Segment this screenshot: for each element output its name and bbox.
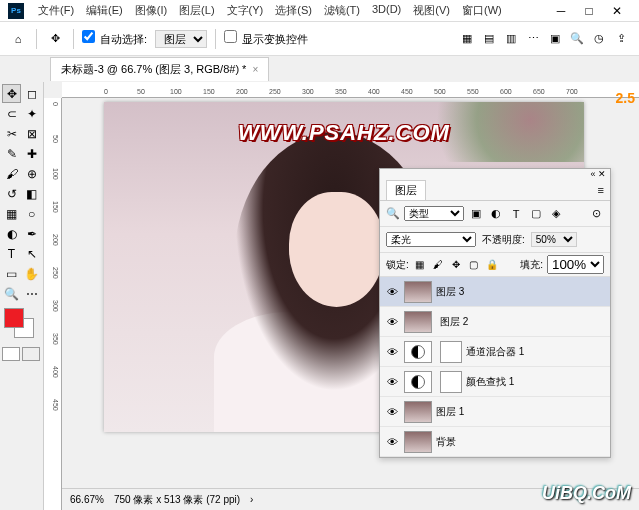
move-tool-icon[interactable]: ✥ bbox=[45, 29, 65, 49]
layer-row[interactable]: 👁通道混合器 1 bbox=[380, 337, 610, 367]
visibility-icon[interactable]: 👁 bbox=[384, 406, 400, 418]
visibility-icon[interactable]: 👁 bbox=[384, 286, 400, 298]
history-brush-tool[interactable]: ↺ bbox=[2, 184, 21, 203]
search-icon[interactable]: 🔍 bbox=[567, 29, 587, 49]
share-icon[interactable]: ⇪ bbox=[611, 29, 631, 49]
dodge-tool[interactable]: ◐ bbox=[2, 224, 21, 243]
filter-search-icon[interactable]: 🔍 bbox=[386, 207, 400, 220]
close-tab-icon[interactable]: × bbox=[252, 64, 258, 75]
hand-tool[interactable]: ✋ bbox=[22, 264, 41, 283]
layers-tab[interactable]: 图层 bbox=[386, 180, 426, 200]
menu-3D(D)[interactable]: 3D(D) bbox=[366, 3, 407, 18]
lock-pixels-icon[interactable]: 🖌 bbox=[431, 258, 445, 272]
menu-文件(F)[interactable]: 文件(F) bbox=[32, 3, 80, 18]
horizontal-ruler[interactable]: 0501001502002503003504004505005506006507… bbox=[62, 82, 639, 98]
quickmask-mode[interactable] bbox=[22, 347, 40, 361]
auto-select-checkbox[interactable]: 自动选择: bbox=[82, 30, 147, 47]
layer-name[interactable]: 通道混合器 1 bbox=[466, 345, 606, 359]
filter-shape-icon[interactable]: ▢ bbox=[528, 206, 544, 222]
filter-type-icon[interactable]: T bbox=[508, 206, 524, 222]
document-tab[interactable]: 未标题-3 @ 66.7% (图层 3, RGB/8#) * × bbox=[50, 57, 269, 81]
more-icon[interactable]: ⋯ bbox=[523, 29, 543, 49]
visibility-icon[interactable]: 👁 bbox=[384, 376, 400, 388]
filter-kind-dropdown[interactable]: 类型 bbox=[404, 206, 464, 221]
healing-tool[interactable]: ✚ bbox=[22, 144, 41, 163]
panel-menu-icon[interactable]: ≡ bbox=[598, 184, 604, 196]
layer-name[interactable]: 图层 2 bbox=[440, 315, 606, 329]
vertical-ruler[interactable]: 050100150200250300350400450 bbox=[44, 98, 62, 510]
align-icon-3[interactable]: ▥ bbox=[501, 29, 521, 49]
layer-name[interactable]: 图层 3 bbox=[436, 285, 606, 299]
filter-adjustment-icon[interactable]: ◐ bbox=[488, 206, 504, 222]
menu-滤镜(T)[interactable]: 滤镜(T) bbox=[318, 3, 366, 18]
lock-position-icon[interactable]: ✥ bbox=[449, 258, 463, 272]
layer-row[interactable]: 👁背景 bbox=[380, 427, 610, 457]
lock-artboard-icon[interactable]: ▢ bbox=[467, 258, 481, 272]
layer-row[interactable]: 👁图层 3 bbox=[380, 277, 610, 307]
layer-name[interactable]: 颜色查找 1 bbox=[466, 375, 606, 389]
gradient-tool[interactable]: ▦ bbox=[2, 204, 21, 223]
align-icon-1[interactable]: ▦ bbox=[457, 29, 477, 49]
brush-tool[interactable]: 🖌 bbox=[2, 164, 21, 183]
menu-文字(Y)[interactable]: 文字(Y) bbox=[221, 3, 270, 18]
home-icon[interactable]: ⌂ bbox=[8, 29, 28, 49]
layer-thumb bbox=[404, 401, 432, 423]
version-badge: 2.5 bbox=[616, 90, 635, 106]
layer-row[interactable]: 👁图层 2 bbox=[380, 307, 610, 337]
visibility-icon[interactable]: 👁 bbox=[384, 346, 400, 358]
shape-tool[interactable]: ▭ bbox=[2, 264, 21, 283]
path-tool[interactable]: ↖ bbox=[22, 244, 41, 263]
menu-编辑(E)[interactable]: 编辑(E) bbox=[80, 3, 129, 18]
foreground-color[interactable] bbox=[4, 308, 24, 328]
crop-tool[interactable]: ✂ bbox=[2, 124, 21, 143]
layer-name[interactable]: 图层 1 bbox=[436, 405, 606, 419]
layer-name[interactable]: 背景 bbox=[436, 435, 606, 449]
options-bar: ⌂ ✥ 自动选择: 图层 显示变换控件 ▦ ▤ ▥ ⋯ ▣ 🔍 ◷ ⇪ bbox=[0, 22, 639, 56]
minimize-button[interactable]: ─ bbox=[547, 1, 575, 21]
layer-row[interactable]: 👁图层 1 bbox=[380, 397, 610, 427]
clone-stamp-tool[interactable]: ⊕ bbox=[22, 164, 41, 183]
fill-value[interactable]: 100% bbox=[547, 255, 604, 274]
align-icon-2[interactable]: ▤ bbox=[479, 29, 499, 49]
status-chevron-icon[interactable]: › bbox=[250, 494, 253, 505]
opacity-value[interactable]: 50% bbox=[531, 232, 577, 247]
3d-mode-icon[interactable]: ▣ bbox=[545, 29, 565, 49]
lock-transparency-icon[interactable]: ▦ bbox=[413, 258, 427, 272]
magic-wand-tool[interactable]: ✦ bbox=[22, 104, 41, 123]
pen-tool[interactable]: ✒ bbox=[22, 224, 41, 243]
menu-图像(I)[interactable]: 图像(I) bbox=[129, 3, 173, 18]
standard-mode[interactable] bbox=[2, 347, 20, 361]
maximize-button[interactable]: □ bbox=[575, 1, 603, 21]
filter-smart-icon[interactable]: ◈ bbox=[548, 206, 564, 222]
menu-图层(L)[interactable]: 图层(L) bbox=[173, 3, 220, 18]
menu-选择(S)[interactable]: 选择(S) bbox=[269, 3, 318, 18]
type-tool[interactable]: T bbox=[2, 244, 21, 263]
filter-pixel-icon[interactable]: ▣ bbox=[468, 206, 484, 222]
close-button[interactable]: ✕ bbox=[603, 1, 631, 21]
eyedropper-tool[interactable]: ✎ bbox=[2, 144, 21, 163]
visibility-icon[interactable]: 👁 bbox=[384, 436, 400, 448]
lasso-tool[interactable]: ⊂ bbox=[2, 104, 21, 123]
filter-toggle-icon[interactable]: ⊙ bbox=[588, 206, 604, 222]
show-transform-checkbox[interactable]: 显示变换控件 bbox=[224, 30, 308, 47]
layers-panel: « ✕ 图层 ≡ 🔍 类型 ▣ ◐ T ▢ ◈ ⊙ 柔光 不透明度: 50% 锁… bbox=[379, 168, 611, 458]
layer-row[interactable]: 👁颜色查找 1 bbox=[380, 367, 610, 397]
lock-all-icon[interactable]: 🔒 bbox=[485, 258, 499, 272]
menu-窗口(W)[interactable]: 窗口(W) bbox=[456, 3, 508, 18]
zoom-tool[interactable]: 🔍 bbox=[2, 284, 21, 303]
settings-icon[interactable]: ◷ bbox=[589, 29, 609, 49]
blend-mode-dropdown[interactable]: 柔光 bbox=[386, 232, 476, 247]
menu-bar: Ps 文件(F)编辑(E)图像(I)图层(L)文字(Y)选择(S)滤镜(T)3D… bbox=[0, 0, 639, 22]
auto-select-dropdown[interactable]: 图层 bbox=[155, 30, 207, 48]
blur-tool[interactable]: ○ bbox=[22, 204, 41, 223]
marquee-tool[interactable]: ◻ bbox=[22, 84, 41, 103]
zoom-level[interactable]: 66.67% bbox=[70, 494, 104, 505]
color-swatches[interactable] bbox=[2, 308, 41, 342]
menu-视图(V)[interactable]: 视图(V) bbox=[407, 3, 456, 18]
collapse-panel-icon[interactable]: « ✕ bbox=[590, 169, 606, 179]
edit-toolbar[interactable]: ⋯ bbox=[22, 284, 41, 303]
eraser-tool[interactable]: ◧ bbox=[22, 184, 41, 203]
visibility-icon[interactable]: 👁 bbox=[384, 316, 400, 328]
frame-tool[interactable]: ⊠ bbox=[22, 124, 41, 143]
move-tool[interactable]: ✥ bbox=[2, 84, 21, 103]
